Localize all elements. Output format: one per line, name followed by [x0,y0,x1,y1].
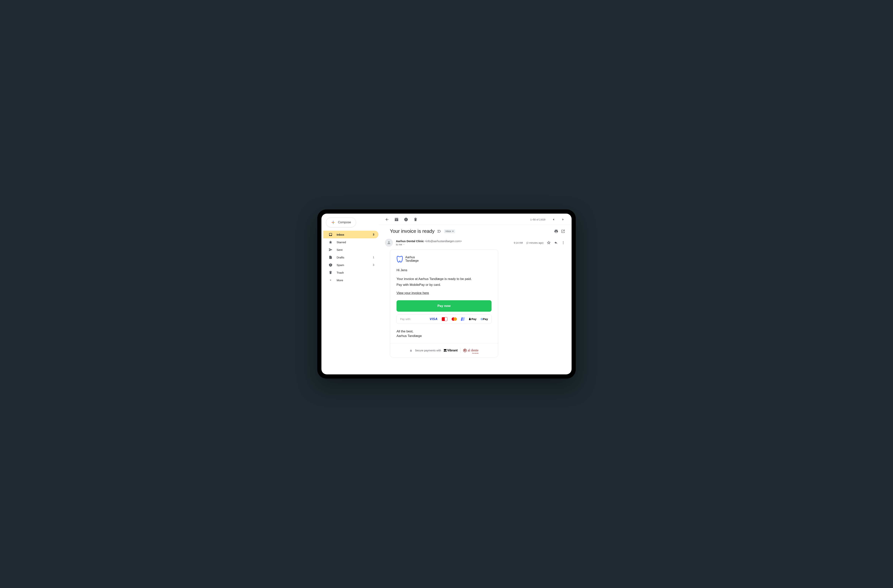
more-vert-icon[interactable] [561,241,565,245]
subject: Your invoice is ready [390,228,434,234]
caret-down-icon [403,244,405,245]
card-footer: Secure payments with Vibrant ✱ al dente … [390,343,498,357]
print-icon[interactable] [554,229,558,233]
sidebar-item-count: 3 [373,233,374,236]
to-dropdown[interactable]: to me [396,243,511,246]
tablet-frame: Compose Inbox 3 Starred Sent [317,209,576,379]
email-body: Hi Jens Your invoice at Aarhus Tandlæge … [397,268,492,295]
al-dente-logo: ✱ al dente Nordenta [463,348,478,352]
email-card: Aarhus Tandlæge Hi Jens Your invoice at … [390,249,498,358]
sidebar-item-count: 3 [373,263,374,266]
trash-icon [329,271,332,274]
from-name: Aarhus Dental Clinic [396,239,424,243]
footer-text: Secure payments with [415,349,441,352]
reply-icon[interactable] [554,241,558,245]
compose-button[interactable]: Compose [326,217,356,227]
sidebar-item-inbox[interactable]: Inbox 3 [323,231,379,238]
message-body-scroll[interactable]: Aarhus Tandlæge Hi Jens Your invoice at … [379,247,571,374]
brand-line1: Aarhus [405,256,419,259]
important-icon[interactable] [437,229,441,233]
delete-icon[interactable] [413,217,418,222]
star-icon [329,240,332,244]
sidebar-item-more[interactable]: More [323,276,379,284]
closing-line2: Aarhus Tandlæge [397,334,492,338]
view-invoice-link[interactable]: View your invoice here [397,291,429,295]
sidebar-item-label: Sent [337,248,343,251]
closing: All the best, Aarhus Tandlæge [397,329,492,338]
archive-icon[interactable] [394,217,398,222]
pay-now-button[interactable]: Pay now [397,300,492,312]
pagination-range: 1–50 of 2,619 [530,218,545,221]
body-line1: Your invoice at Aarhus Tandlæge is ready… [397,277,492,281]
sidebar-item-trash[interactable]: Trash [323,269,379,276]
report-spam-icon[interactable] [404,217,408,222]
from-block: Aarhus Dental Clinic <info@aarhustandlae… [396,239,511,246]
sidebar-item-drafts[interactable]: Drafts 1 [323,254,379,261]
sidebar-item-label: Spam [337,263,344,267]
chevron-down-icon [329,278,332,282]
svg-rect-1 [334,222,335,223]
sidebar-item-label: Starred [337,241,346,244]
avatar [385,239,393,247]
svg-rect-3 [332,222,333,223]
back-icon[interactable] [385,217,389,222]
mobilepay-icon [461,317,465,321]
dankort-icon [442,317,448,321]
label-chip[interactable]: Inbox × [444,229,455,233]
next-page-icon[interactable] [561,217,565,222]
sidebar-item-count: 1 [373,256,374,259]
sidebar-item-sent[interactable]: Sent [323,246,379,254]
svg-point-6 [563,244,564,244]
pay-with-label: Pay with: [400,317,411,320]
toolbar: 1–50 of 2,619 [379,214,571,225]
star-outline-icon[interactable] [547,241,551,245]
plus-icon [331,220,335,224]
file-icon [329,256,332,259]
to-label: to me [396,243,402,246]
from-email: <info@aarhustandlaegen.com> [425,240,462,243]
svg-rect-0 [333,221,334,222]
screen: Compose Inbox 3 Starred Sent [322,214,571,374]
compose-label: Compose [338,221,351,224]
svg-point-4 [563,241,564,242]
vibrant-logo: Vibrant [444,349,458,352]
brand: Aarhus Tandlæge [397,255,492,263]
sidebar: Compose Inbox 3 Starred Sent [322,214,379,374]
message-meta: 9:14 AM (2 minutes ago) [514,241,565,245]
brand-line2: Tandlæge [405,259,419,262]
sidebar-item-label: Drafts [337,256,344,259]
sidebar-item-starred[interactable]: Starred [323,238,379,246]
spam-icon [329,263,332,267]
send-icon [329,248,332,252]
visa-icon: VISA [430,317,437,321]
greeting: Hi Jens [397,268,492,273]
message-header: Aarhus Dental Clinic <info@aarhustandlae… [379,236,571,247]
svg-point-5 [563,242,564,243]
tooth-icon [397,255,403,263]
nav-list: Inbox 3 Starred Sent Drafts 1 [323,231,379,284]
chip-remove-icon[interactable]: × [452,230,454,233]
sidebar-item-label: Inbox [337,233,344,236]
person-icon [387,241,391,245]
chip-label: Inbox [445,230,451,233]
pay-with-row: Pay with: VISA Pay G Pay [397,314,492,324]
main: 1–50 of 2,619 Your invoice is ready Inbo… [379,214,571,374]
message-time: 9:14 AM [514,241,523,244]
closing-line1: All the best, [397,329,492,334]
svg-rect-2 [333,223,334,224]
google-pay-icon: G Pay [481,317,488,321]
body-line2: Pay with MobilePay or by card. [397,283,492,287]
sidebar-item-label: More [337,278,343,282]
prev-page-icon[interactable] [552,217,556,222]
message-relative: (2 minutes ago) [526,241,543,244]
subject-row: Your invoice is ready Inbox × [379,225,571,236]
apple-pay-icon: Pay [469,317,477,321]
open-new-window-icon[interactable] [561,229,565,233]
inbox-icon [329,233,332,236]
mastercard-icon [452,317,457,321]
lock-icon [410,349,412,352]
sidebar-item-spam[interactable]: Spam 3 [323,261,379,269]
sidebar-item-label: Trash [337,271,344,274]
